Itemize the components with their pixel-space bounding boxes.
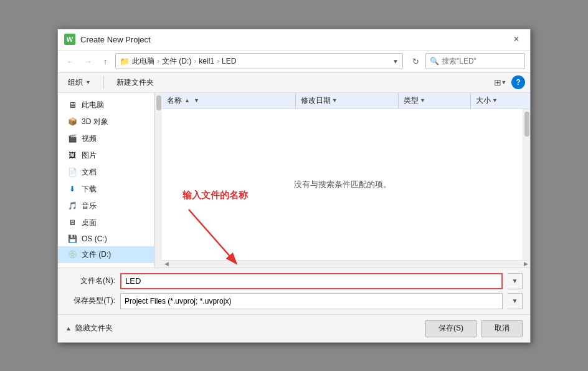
- sort-arrow-icon: ▲: [184, 97, 190, 104]
- video-icon: [67, 134, 78, 143]
- view-icon: ⊞: [494, 77, 501, 87]
- filename-dropdown-btn[interactable]: ▼: [508, 273, 523, 289]
- file-column-header: 名称 ▲ ▼ 修改日期 ▼ 类型 ▼ 大小 ▼: [162, 93, 530, 109]
- column-size[interactable]: 大小 ▼: [471, 93, 530, 108]
- image-icon: [67, 151, 78, 160]
- forward-button[interactable]: →: [80, 54, 95, 69]
- column-date[interactable]: 修改日期 ▼: [296, 93, 399, 108]
- app-icon: W: [64, 34, 75, 45]
- filename-input[interactable]: [120, 273, 503, 289]
- file-content: 没有与搜索条件匹配的项。: [162, 109, 523, 260]
- folder-icon: 📁: [120, 57, 130, 66]
- sidebar-item-image[interactable]: 图片: [58, 147, 154, 164]
- sidebar-item-drive-d[interactable]: 文件 (D:): [58, 246, 154, 263]
- sidebar-label-3d: 3D 对象: [82, 117, 108, 127]
- doc-icon: [67, 168, 78, 176]
- horizontal-scrollbar[interactable]: ◀ ▶: [162, 260, 530, 267]
- breadcrumb: 📁 此电脑 › 文件 (D:) › keil1 › LED ▼: [115, 53, 403, 69]
- sidebar-item-doc[interactable]: 文档: [58, 164, 154, 181]
- view-dropdown-icon: ▼: [501, 79, 507, 85]
- nav-bar: ← → ↑ 📁 此电脑 › 文件 (D:) › keil1 › LED ▼ ↻ …: [58, 51, 530, 73]
- sidebar-label-desktop: 桌面: [82, 218, 97, 228]
- title-bar-left: W Create New Project: [64, 34, 151, 45]
- cancel-button[interactable]: 取消: [481, 320, 523, 337]
- sidebar-label-download: 下载: [82, 184, 97, 195]
- column-type[interactable]: 类型 ▼: [399, 93, 471, 108]
- toolbar-right: ⊞ ▼ ?: [491, 75, 525, 90]
- up-button[interactable]: ↑: [98, 54, 113, 69]
- scroll-right-button[interactable]: ▶: [521, 260, 530, 267]
- sidebar-label-doc: 文档: [82, 167, 97, 178]
- new-folder-button[interactable]: 新建文件夹: [111, 75, 159, 90]
- filename-input-wrap: [120, 273, 503, 289]
- action-bar: ▲ 隐藏文件夹 保存(S) 取消: [58, 314, 530, 342]
- sidebar-item-download[interactable]: 下载: [58, 181, 154, 198]
- sidebar-label-music: 音乐: [82, 201, 97, 211]
- sidebar-scrollbar[interactable]: [154, 93, 162, 267]
- organize-dropdown-icon: ▼: [85, 79, 91, 85]
- scroll-left-button[interactable]: ◀: [162, 260, 171, 267]
- dialog-title: Create New Project: [80, 35, 151, 44]
- help-button[interactable]: ?: [511, 75, 525, 89]
- new-folder-label: 新建文件夹: [116, 77, 154, 88]
- breadcrumb-dropdown-icon[interactable]: ▼: [392, 58, 399, 65]
- sidebar-item-video[interactable]: 视频: [58, 130, 154, 147]
- filetype-dropdown-btn[interactable]: ▼: [508, 293, 523, 309]
- create-project-dialog: W Create New Project × ← → ↑ 📁 此电脑 › 文件 …: [57, 29, 531, 343]
- sidebar-item-3d[interactable]: 3D 对象: [58, 113, 154, 130]
- col-type-dropdown-icon: ▼: [420, 97, 425, 104]
- hide-folder-label: 隐藏文件夹: [75, 323, 113, 334]
- col-name-dropdown-icon: ▼: [194, 97, 199, 104]
- col-size-dropdown-icon: ▼: [492, 97, 498, 104]
- search-input[interactable]: [442, 57, 516, 65]
- sidebar-label-video: 视频: [82, 133, 97, 144]
- sidebar-item-desktop[interactable]: 桌面: [58, 214, 154, 231]
- save-button[interactable]: 保存(S): [425, 320, 477, 337]
- back-button[interactable]: ←: [63, 54, 78, 69]
- refresh-button[interactable]: ↻: [408, 54, 423, 69]
- sidebar-label-image: 图片: [82, 150, 97, 161]
- view-button[interactable]: ⊞ ▼: [491, 75, 509, 90]
- filetype-select[interactable]: Project Files (*.uvproj; *.uvprojx): [120, 293, 503, 309]
- organize-button[interactable]: 组织 ▼: [63, 75, 96, 90]
- close-button[interactable]: ×: [509, 32, 524, 47]
- filetype-row: 保存类型(T): Project Files (*.uvproj; *.uvpr…: [65, 293, 523, 309]
- download-icon: [67, 185, 78, 193]
- file-scrollbar[interactable]: [523, 109, 530, 260]
- drive-c-icon: [67, 234, 78, 243]
- bottom-form-bar: 文件名(N): ▼ 保存类型(T): Project Files (*.uvpr…: [58, 267, 530, 314]
- sidebar-label-computer: 此电脑: [82, 100, 104, 110]
- empty-message: 没有与搜索条件匹配的项。: [294, 179, 391, 190]
- filename-row: 文件名(N): ▼: [65, 273, 523, 289]
- organize-label: 组织: [68, 77, 83, 88]
- hide-folder-toggle[interactable]: ▲ 隐藏文件夹: [65, 323, 113, 334]
- 3d-icon: [67, 117, 78, 126]
- sidebar: 此电脑 3D 对象 视频 图片 文档 下载: [58, 93, 154, 267]
- sidebar-item-drive-c[interactable]: OS (C:): [58, 231, 154, 246]
- sidebar-label-drive-d: 文件 (D:): [82, 249, 111, 260]
- column-name[interactable]: 名称 ▲ ▼: [162, 93, 296, 108]
- scroll-track: [172, 261, 520, 266]
- sidebar-item-computer[interactable]: 此电脑: [58, 97, 154, 113]
- search-icon: 🔍: [430, 57, 439, 65]
- breadcrumb-part-0: 此电脑: [132, 56, 154, 67]
- filetype-label: 保存类型(T):: [65, 296, 115, 306]
- drive-d-icon: [67, 250, 78, 259]
- toolbar: 组织 ▼ 新建文件夹 ⊞ ▼ ?: [58, 73, 530, 93]
- filetype-input-wrap: Project Files (*.uvproj; *.uvprojx): [120, 293, 503, 309]
- title-bar: W Create New Project ×: [58, 29, 530, 51]
- sidebar-item-music[interactable]: 音乐: [58, 198, 154, 214]
- action-buttons: 保存(S) 取消: [425, 320, 523, 337]
- filename-label: 文件名(N):: [65, 276, 115, 286]
- sidebar-label-drive-c: OS (C:): [82, 234, 107, 243]
- breadcrumb-part-3: LED: [222, 57, 236, 65]
- desktop-icon: [67, 218, 78, 227]
- toolbar-separator: [103, 76, 104, 89]
- breadcrumb-part-1: 文件 (D:): [162, 56, 191, 67]
- breadcrumb-part-2: keil1: [199, 57, 214, 65]
- music-icon: [67, 201, 78, 210]
- file-area: 名称 ▲ ▼ 修改日期 ▼ 类型 ▼ 大小 ▼: [162, 93, 530, 267]
- computer-icon: [67, 100, 78, 109]
- main-area: 此电脑 3D 对象 视频 图片 文档 下载: [58, 93, 530, 267]
- search-box: 🔍: [425, 53, 525, 69]
